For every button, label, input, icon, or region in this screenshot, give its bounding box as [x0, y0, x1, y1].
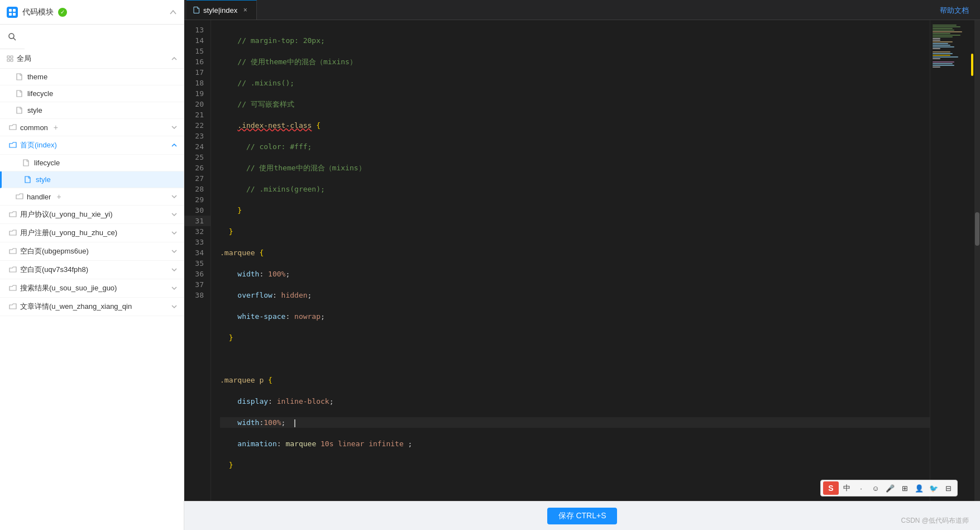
expand-icon: [7, 55, 13, 62]
svg-rect-3: [13, 13, 16, 16]
svg-line-5: [13, 38, 16, 40]
tab-close-button[interactable]: ×: [241, 6, 250, 15]
svg-point-4: [9, 34, 14, 39]
file-item-lifecycle[interactable]: lifecycle: [0, 85, 184, 102]
ime-icon-emoji[interactable]: ☺: [869, 481, 882, 495]
global-section: 全局 theme lifecycle: [0, 49, 184, 136]
sub-file-item-lifecycle[interactable]: lifecycle: [0, 155, 184, 171]
svg-rect-8: [7, 59, 9, 61]
file-label-theme: theme: [27, 73, 47, 81]
status-bar: CSDN @低代码布道师: [901, 516, 969, 526]
folder-icon: [9, 211, 17, 218]
folder-icon: [9, 248, 17, 255]
folder-icon: [9, 285, 17, 292]
folder-icon-blue: [9, 142, 17, 149]
tab-style-index[interactable]: style|index ×: [187, 0, 257, 20]
folder-item-sousuo[interactable]: 搜索结果(u_sou_suo_jie_guo): [0, 279, 184, 298]
status-text: CSDN @低代码布道师: [901, 517, 969, 524]
chevron-down-icon: [171, 304, 177, 309]
ime-icon-zh[interactable]: 中: [840, 481, 853, 495]
file-icon-active: [24, 176, 31, 183]
svg-rect-2: [9, 13, 12, 16]
search-button[interactable]: [0, 25, 25, 49]
folder-label-wenzhang: 文章详情(u_wen_zhang_xiang_qin: [20, 302, 132, 312]
chevron-down-icon: [171, 230, 177, 236]
folder-item-xie-yi[interactable]: 用户协议(u_yong_hu_xie_yi): [0, 206, 184, 224]
minimap: [930, 20, 974, 501]
ime-toolbar: S 中 · ☺ 🎤 ⊞ 👤 🐦 ⊟: [820, 480, 958, 496]
folder-icon: [9, 124, 17, 131]
ime-icon-user[interactable]: 👤: [912, 481, 926, 495]
add-handler-button[interactable]: +: [56, 192, 61, 201]
file-icon: [16, 73, 23, 80]
index-section: 首页(index) lifecycle style: [0, 136, 184, 206]
file-label-lifecycle: lifecycle: [27, 89, 53, 98]
svg-rect-1: [13, 9, 16, 12]
svg-rect-6: [7, 56, 9, 58]
folder-item-uqv7s34fph8[interactable]: 空白页(uqv7s34fph8): [0, 261, 184, 279]
global-section-header[interactable]: 全局: [0, 49, 184, 69]
svg-rect-7: [11, 56, 13, 58]
ime-icon-grid2[interactable]: ⊟: [941, 481, 955, 495]
scrollbar-thumb[interactable]: [975, 212, 979, 246]
folder-label-handler: handler: [27, 193, 51, 201]
folder-icon: [9, 266, 17, 273]
line-numbers: 13141516 17181920 21222324 25262728 2930…: [184, 20, 211, 501]
main-editor: 帮助文档 style|index × 13141516 17181920 212…: [184, 0, 980, 530]
chevron-down-icon: [171, 212, 177, 217]
folder-label-zhuce: 用户注册(u_yong_hu_zhu_ce): [20, 228, 117, 238]
add-common-button[interactable]: +: [54, 123, 58, 132]
sub-file-label-style: style: [36, 175, 51, 184]
svg-rect-0: [9, 9, 12, 12]
index-section-label: 首页(index): [20, 140, 57, 150]
chevron-up-index-icon: [171, 142, 177, 148]
file-icon: [22, 159, 30, 166]
ime-icon-dot[interactable]: ·: [854, 481, 868, 495]
folder-item-zhu-ce[interactable]: 用户注册(u_yong_hu_zhu_ce): [0, 224, 184, 242]
app-icon: [7, 7, 18, 18]
sub-file-item-style[interactable]: style: [0, 171, 184, 188]
chevron-down-handler-icon: [171, 194, 177, 199]
chevron-down-icon: [171, 249, 177, 254]
folder-item-common[interactable]: common +: [0, 119, 184, 136]
save-button[interactable]: 保存 CTRL+S: [547, 508, 618, 524]
file-icon: [16, 90, 23, 97]
folder-label-ubgepms6ue: 空白页(ubgepms6ue): [20, 246, 89, 256]
editor-scrollbar[interactable]: [974, 20, 980, 501]
ime-icon-grid[interactable]: ⊞: [898, 481, 911, 495]
global-section-label: 全局: [17, 54, 31, 64]
folder-item-wenzhang[interactable]: 文章详情(u_wen_zhang_xiang_qin: [0, 298, 184, 316]
folder-icon: [9, 230, 17, 236]
module-status: ✓: [58, 8, 67, 17]
folder-label-sousuo: 搜索结果(u_sou_suo_jie_guo): [20, 283, 117, 293]
chevron-down-icon: [171, 267, 177, 273]
file-label-style: style: [27, 106, 42, 114]
file-item-theme[interactable]: theme: [0, 69, 184, 85]
help-link[interactable]: 帮助文档: [940, 6, 969, 16]
file-icon: [16, 107, 23, 114]
file-tab-icon: [193, 7, 200, 13]
chevron-down-icon: [171, 125, 177, 130]
sidebar: 代码模块 ✓ 全局: [0, 0, 184, 530]
tab-label: style|index: [203, 6, 237, 15]
svg-rect-9: [11, 59, 13, 61]
search-icon: [8, 32, 17, 41]
index-section-header[interactable]: 首页(index): [0, 136, 184, 155]
file-item-style[interactable]: style: [0, 102, 184, 119]
bottom-bar: 保存 CTRL+S: [184, 501, 980, 530]
sidebar-header: 代码模块 ✓: [0, 0, 184, 25]
folder-icon: [16, 193, 23, 200]
code-content[interactable]: // margin-top: 20px; // 使用theme中的混合（mixi…: [211, 20, 930, 501]
chevron-up-small-icon: [171, 56, 177, 61]
folder-item-ubgepms6ue[interactable]: 空白页(ubgepms6ue): [0, 242, 184, 261]
ime-icon-s[interactable]: S: [823, 481, 839, 495]
sub-file-label-lifecycle: lifecycle: [34, 159, 60, 167]
folder-label-uqv7: 空白页(uqv7s34fph8): [20, 265, 88, 275]
folder-item-handler[interactable]: handler +: [0, 188, 184, 206]
folder-label-xieyi: 用户协议(u_yong_hu_xie_yi): [20, 209, 112, 219]
chevron-down-icon: [171, 285, 177, 291]
ime-icon-bird[interactable]: 🐦: [927, 481, 940, 495]
code-editor[interactable]: 13141516 17181920 21222324 25262728 2930…: [184, 20, 980, 501]
ime-icon-mic[interactable]: 🎤: [883, 481, 897, 495]
tab-bar: style|index ×: [184, 0, 980, 20]
